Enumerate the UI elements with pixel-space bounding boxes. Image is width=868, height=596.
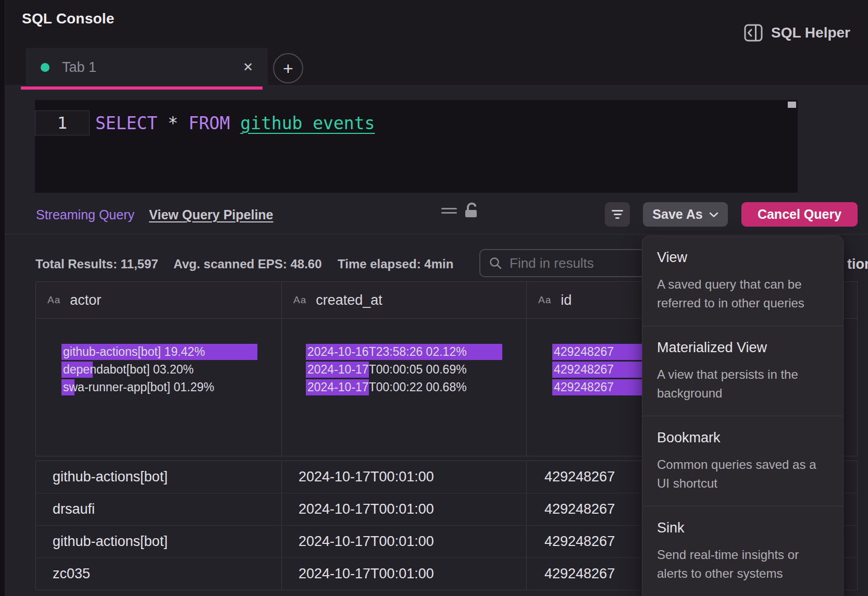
add-tab-button[interactable]: + [273,53,303,83]
streaming-query-toggle[interactable]: Streaming Query [36,207,134,222]
unlock-icon[interactable] [463,202,481,219]
view-query-pipeline-link[interactable]: View Query Pipeline [149,207,274,222]
sql-console-app: SQL Console SQL Helper Tab 1 ✕ + 1 SELEC… [0,0,868,596]
menu-item-bookmark[interactable]: Bookmark Common queries saved as a UI sh… [642,416,843,506]
created-stat-3: 2024-10-17T00:00:22 00.68% [306,379,526,395]
page-title: SQL Console [22,10,115,27]
line-number-gutter: 1 [35,110,90,135]
string-type-icon: Aa [47,294,60,306]
sql-keyword-select: SELECT [95,113,157,133]
sql-table-name-link[interactable]: github_events [240,113,375,133]
panel-collapse-icon [744,24,763,42]
sql-code-line[interactable]: SELECT * FROM github_events [95,110,375,135]
tab-status-dot-icon [41,63,49,72]
find-in-results-search[interactable] [479,249,656,277]
sql-helper-button[interactable]: SQL Helper [744,24,850,42]
top-header: SQL Console SQL Helper Tab 1 ✕ [5,0,868,85]
menu-item-view[interactable]: View A saved query that can be referred … [642,236,843,326]
left-panel-edge [0,0,5,596]
sql-star-operator: * [157,113,189,133]
tab-close-icon[interactable]: ✕ [243,60,253,74]
active-tab-underline [21,86,263,90]
menu-item-materialized-view[interactable]: Materialized View A view that persists i… [642,326,843,416]
tab-1[interactable]: Tab 1 ✕ [26,48,268,86]
column-header-created-at[interactable]: Aa created_at [282,282,527,318]
actor-stat-2: dependabot[bot] 03.20% [61,362,281,378]
string-type-icon: Aa [538,294,551,306]
actor-stat-3: swa-runner-app[bot] 01.29% [61,379,281,395]
time-elapsed-stat: Time elapsed: 4min [338,257,453,271]
actor-stat-1: github-actions[bot] 19.42% [61,344,281,360]
results-section-divider [5,234,868,234]
format-icon [612,210,623,212]
chevron-down-icon [709,212,718,218]
format-sql-button[interactable] [605,202,630,227]
total-results-stat: Total Results: 11,597 [35,257,158,271]
avg-eps-stat: Avg. scanned EPS: 48.60 [173,257,322,271]
save-as-button[interactable]: Save As [643,202,728,227]
menu-item-sink[interactable]: Sink Send real-time insights or alerts t… [642,506,843,596]
column-header-actor[interactable]: Aa actor [36,282,282,318]
cancel-query-button[interactable]: Cancel Query [741,202,858,227]
tab-label: Tab 1 [62,59,96,76]
save-as-dropdown-menu: View A saved query that can be referred … [642,235,844,596]
created-stat-2: 2024-10-17T00:00:05 00.69% [306,362,526,378]
created-stat-1: 2024-10-16T23:58:26 02.12% [306,344,526,360]
save-as-label: Save As [652,207,702,222]
cancel-query-label: Cancel Query [758,207,841,222]
string-type-icon: Aa [293,294,306,306]
resize-handle-icon[interactable] [441,208,457,214]
sql-helper-label: SQL Helper [771,24,850,41]
sql-editor[interactable]: 1 SELECT * FROM github_events [35,100,798,193]
editor-scrollbar-thumb[interactable] [788,102,796,108]
search-icon [489,256,502,270]
sql-keyword-from: FROM [189,113,240,133]
clipped-right-edge-text: tion [847,256,868,273]
